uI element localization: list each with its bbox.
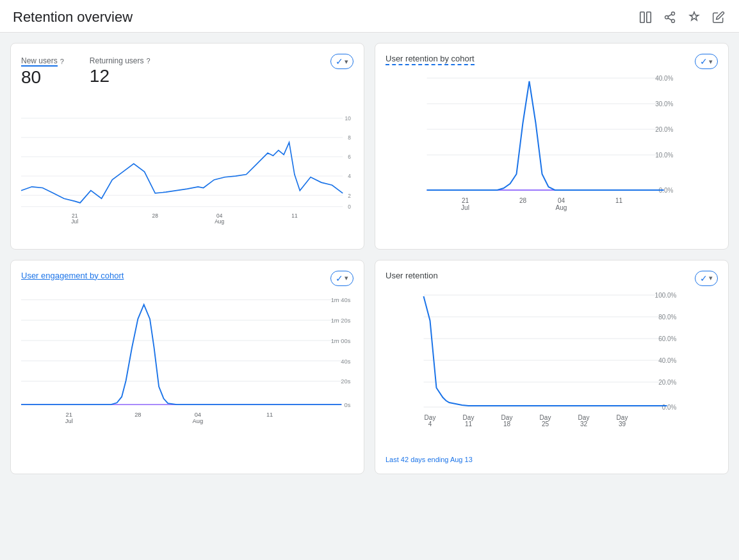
retention-cohort-header: User retention by cohort ✓ ▾ xyxy=(386,54,718,69)
user-retention-title: User retention xyxy=(386,271,438,280)
retention-cohort-title: User retention by cohort xyxy=(386,54,475,65)
svg-text:20s: 20s xyxy=(341,378,350,385)
svg-text:32: 32 xyxy=(580,420,588,428)
svg-text:40.0%: 40.0% xyxy=(658,357,676,364)
metrics-row: New users ? 80 Returning users ? 12 xyxy=(21,56,150,88)
retention-cohort-chart: 40.0% 30.0% 20.0% 10.0% 0.0% 21 Jul 28 0… xyxy=(386,72,718,232)
svg-text:6: 6 xyxy=(348,154,351,160)
pin-icon[interactable] xyxy=(686,10,702,25)
returning-users-metric: Returning users ? 12 xyxy=(90,56,150,88)
svg-text:18: 18 xyxy=(503,420,511,428)
svg-text:28: 28 xyxy=(134,411,141,417)
svg-line-6 xyxy=(668,14,672,16)
check-icon: ✓ xyxy=(700,273,708,284)
new-users-value: 80 xyxy=(21,67,64,88)
user-retention-card: User retention ✓ ▾ 100.0% 80.0% 60 xyxy=(375,260,729,474)
engagement-cohort-check-button[interactable]: ✓ ▾ xyxy=(330,271,353,286)
retention-cohort-check-button[interactable]: ✓ ▾ xyxy=(695,54,718,69)
user-retention-controls: ✓ ▾ xyxy=(695,271,718,286)
retention-cohort-card: User retention by cohort ✓ ▾ 40.0% 30.0% xyxy=(375,43,729,250)
new-users-help-icon[interactable]: ? xyxy=(60,58,64,65)
users-check-button[interactable]: ✓ ▾ xyxy=(330,54,353,69)
svg-text:Jul: Jul xyxy=(71,218,78,224)
svg-rect-1 xyxy=(647,12,651,23)
svg-text:28: 28 xyxy=(152,212,159,218)
header-actions xyxy=(638,10,726,25)
svg-text:11: 11 xyxy=(266,411,273,417)
page-title: Retention overview xyxy=(13,9,133,26)
svg-text:8: 8 xyxy=(348,134,351,141)
svg-text:4: 4 xyxy=(428,420,432,428)
svg-text:0: 0 xyxy=(348,204,351,210)
user-retention-header: User retention ✓ ▾ xyxy=(386,271,718,286)
check-icon: ✓ xyxy=(700,56,708,67)
dropdown-arrow-icon: ▾ xyxy=(345,58,348,66)
svg-text:04: 04 xyxy=(195,411,201,417)
svg-text:11: 11 xyxy=(291,212,298,218)
share-icon[interactable] xyxy=(662,10,678,25)
users-card: New users ? 80 Returning users ? 12 ✓ ▾ xyxy=(10,43,364,250)
page-header: Retention overview xyxy=(0,0,739,33)
engagement-cohort-card: User engagement by cohort ✓ ▾ 1m 40s 1m … xyxy=(10,260,364,474)
dropdown-arrow-icon: ▾ xyxy=(345,274,348,282)
engagement-cohort-chart: 1m 40s 1m 20s 1m 00s 40s 20s 0s 21 Jul 2… xyxy=(21,289,353,449)
retention-cohort-chart-area: 40.0% 30.0% 20.0% 10.0% 0.0% 21 Jul 28 0… xyxy=(386,72,718,234)
users-chart-area: 10 8 6 4 2 0 21 Jul 28 04 Aug 11 xyxy=(21,96,353,239)
svg-text:80.0%: 80.0% xyxy=(658,314,676,321)
svg-text:28: 28 xyxy=(519,197,527,204)
svg-line-5 xyxy=(668,18,672,20)
engagement-cohort-controls: ✓ ▾ xyxy=(330,271,353,286)
edit-icon[interactable] xyxy=(711,10,726,25)
check-icon: ✓ xyxy=(336,56,343,67)
returning-users-label: Returning users ? xyxy=(90,56,150,65)
svg-point-3 xyxy=(665,16,669,19)
svg-text:Aug: Aug xyxy=(556,204,567,211)
svg-text:0s: 0s xyxy=(344,401,350,408)
user-retention-chart-area: 100.0% 80.0% 60.0% 40.0% 20.0% 0.0% Day … xyxy=(386,289,718,463)
svg-text:25: 25 xyxy=(542,420,549,428)
svg-text:60.0%: 60.0% xyxy=(658,335,676,342)
dropdown-arrow-icon: ▾ xyxy=(709,58,713,66)
svg-text:Jul: Jul xyxy=(65,418,73,424)
dashboard-grid: New users ? 80 Returning users ? 12 ✓ ▾ xyxy=(0,33,739,484)
svg-text:20.0%: 20.0% xyxy=(655,126,673,133)
users-card-header: New users ? 80 Returning users ? 12 ✓ ▾ xyxy=(21,54,353,93)
svg-text:1m 40s: 1m 40s xyxy=(331,297,351,303)
svg-text:100.0%: 100.0% xyxy=(655,292,677,299)
svg-rect-0 xyxy=(640,12,644,23)
svg-text:1m 20s: 1m 20s xyxy=(331,317,351,324)
svg-text:39: 39 xyxy=(619,420,626,428)
svg-text:21: 21 xyxy=(66,411,72,417)
engagement-cohort-chart-area: 1m 40s 1m 20s 1m 00s 40s 20s 0s 21 Jul 2… xyxy=(21,289,353,451)
dropdown-arrow-icon: ▾ xyxy=(709,274,713,282)
returning-users-value: 12 xyxy=(90,65,150,87)
svg-text:Aug: Aug xyxy=(215,218,224,224)
user-retention-check-button[interactable]: ✓ ▾ xyxy=(695,271,718,286)
svg-text:20.0%: 20.0% xyxy=(658,379,676,386)
user-retention-chart: 100.0% 80.0% 60.0% 40.0% 20.0% 0.0% Day … xyxy=(386,289,718,449)
svg-text:11: 11 xyxy=(615,197,623,204)
svg-point-4 xyxy=(672,19,675,22)
svg-text:40.0%: 40.0% xyxy=(655,75,673,82)
engagement-cohort-title[interactable]: User engagement by cohort xyxy=(21,271,124,280)
svg-text:10.0%: 10.0% xyxy=(655,152,673,159)
svg-text:11: 11 xyxy=(465,420,473,428)
check-icon: ✓ xyxy=(336,273,343,284)
users-chart: 10 8 6 4 2 0 21 Jul 28 04 Aug 11 xyxy=(21,96,353,237)
svg-text:0.0%: 0.0% xyxy=(662,404,677,411)
svg-text:04: 04 xyxy=(558,197,565,204)
svg-text:21: 21 xyxy=(462,197,469,204)
svg-text:4: 4 xyxy=(348,173,351,179)
compare-icon[interactable] xyxy=(638,10,653,25)
new-users-label: New users ? xyxy=(21,56,64,67)
svg-point-2 xyxy=(672,12,675,15)
svg-text:2: 2 xyxy=(348,192,351,198)
retention-footer: Last 42 days ending Aug 13 xyxy=(386,456,718,463)
svg-text:10: 10 xyxy=(345,115,352,122)
svg-text:Jul: Jul xyxy=(461,204,469,211)
engagement-cohort-header: User engagement by cohort ✓ ▾ xyxy=(21,271,353,286)
retention-cohort-controls: ✓ ▾ xyxy=(695,54,718,69)
returning-users-help-icon[interactable]: ? xyxy=(147,57,150,65)
users-card-controls: ✓ ▾ xyxy=(330,54,353,69)
svg-text:40s: 40s xyxy=(341,358,350,364)
